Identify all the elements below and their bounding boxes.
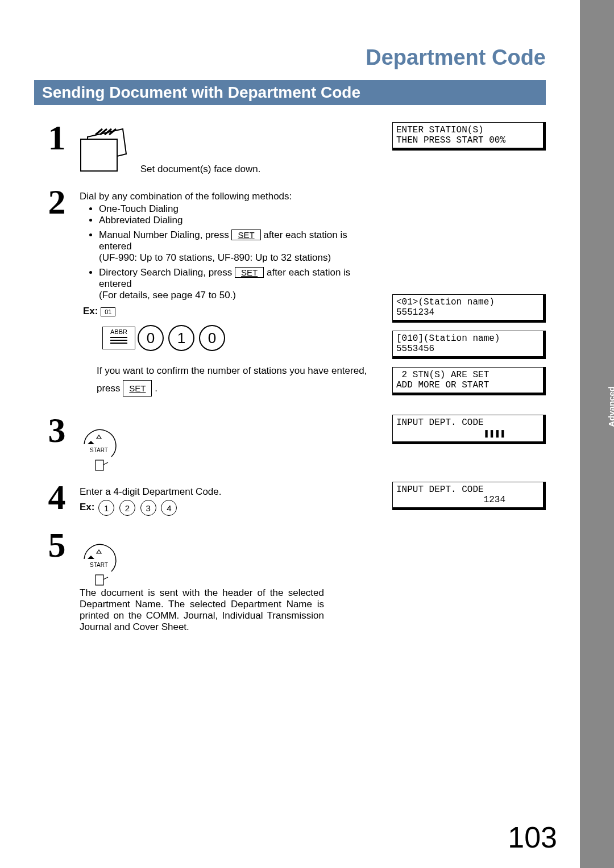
step-2-body: Dial by any combination of the following… <box>80 186 381 397</box>
lcd1-line1: ENTER STATION(S) <box>396 125 484 135</box>
abbr-key[interactable]: ABBR <box>102 327 135 349</box>
digit-key-4[interactable]: 4 <box>161 500 177 516</box>
step-2-lcd-col: <01>(Station name) 5551234 [010](Station… <box>381 186 546 403</box>
page-number: 103 <box>508 820 557 854</box>
svg-rect-7 <box>96 575 103 585</box>
step-4-number: 4 <box>34 482 80 514</box>
digit-key-1[interactable]: 1 <box>98 500 114 516</box>
confirm-text-b: . <box>155 383 157 394</box>
section-heading: Sending Document with Department Code <box>34 80 546 105</box>
lcd-station-010: [010](Station name) 5553456 <box>392 331 546 359</box>
digit-key-3[interactable]: 3 <box>140 500 156 516</box>
lcd6-line1: INPUT DEPT. CODE <box>396 485 484 495</box>
m3a: Manual Number Dialing, press <box>99 229 231 240</box>
start-button-1[interactable]: START <box>80 419 118 470</box>
ex-label-1: Ex: <box>83 306 98 316</box>
set-button-2[interactable]: SET <box>235 267 264 278</box>
m4a: Directory Search Dialing, press <box>99 267 235 278</box>
svg-marker-5 <box>88 556 94 559</box>
step-1-lcd-col: ENTER STATION(S) THEN PRESS START 00% <box>381 122 546 158</box>
method-manual: Manual Number Dialing, press SET after e… <box>99 229 381 264</box>
start-label-1: START <box>90 447 108 453</box>
step-1: 1 Set document(s) face down. ENTER STATI… <box>34 122 546 175</box>
abbr-lines-icon-2 <box>110 340 127 341</box>
m4c: (For details, see page 47 to 50.) <box>99 290 236 301</box>
step-3-number: 3 <box>34 415 80 446</box>
document-facedown-icon <box>80 127 130 175</box>
lcd-station-01: <01>(Station name) 5551234 <box>392 294 546 323</box>
lcd4-line1: 2 STN(S) ARE SET <box>396 370 489 380</box>
abbr-lines-icon-3 <box>110 343 127 344</box>
method-onetouch: One-Touch Dialing <box>99 203 381 215</box>
step-3-lcd-col: INPUT DEPT. CODE ❚❚❚❚ <box>381 415 546 452</box>
ex-label-2: Ex: <box>80 502 94 512</box>
digit-key-2[interactable]: 2 <box>119 500 135 516</box>
step-4-text: Enter a 4-digit Department Code. <box>80 486 381 498</box>
step-4-lcd-col: INPUT DEPT. CODE 1234 <box>381 482 546 518</box>
lcd3-line2: 5553456 <box>396 344 434 354</box>
start-button-2[interactable]: START <box>80 534 118 585</box>
set-button-3[interactable]: SET <box>123 380 152 397</box>
svg-rect-0 <box>81 139 117 171</box>
lcd6-line2: 1234 <box>396 495 505 505</box>
svg-marker-2 <box>88 441 94 444</box>
step-5-number: 5 <box>34 529 80 561</box>
numpad-key-0b[interactable]: 0 <box>199 325 225 351</box>
numpad-key-1[interactable]: 1 <box>168 325 194 351</box>
lcd1-line2: THEN PRESS START 00% <box>396 135 505 145</box>
lcd-input-dept-1234: INPUT DEPT. CODE 1234 <box>392 482 546 510</box>
step-1-number: 1 <box>34 122 80 154</box>
method-directory: Directory Search Dialing, press SET afte… <box>99 267 381 301</box>
lcd2-line2: 5551234 <box>396 307 434 318</box>
lcd5-line2: ❚❚❚❚ <box>396 429 505 439</box>
svg-marker-3 <box>97 435 101 439</box>
lcd5-line1: INPUT DEPT. CODE <box>396 418 484 428</box>
abbr-key-label: ABBR <box>110 328 127 335</box>
lcd-enter-station: ENTER STATION(S) THEN PRESS START 00% <box>392 122 546 151</box>
lcd-input-dept-blank: INPUT DEPT. CODE ❚❚❚❚ <box>392 415 546 444</box>
step-3: 3 START INPUT DEPT. CODE ❚❚❚❚ <box>34 415 546 470</box>
set-button-1[interactable]: SET <box>231 229 260 240</box>
step-4-body: Enter a 4-digit Department Code. Ex: 1 2… <box>80 482 381 516</box>
step-1-body: Set document(s) face down. <box>80 122 381 175</box>
step-2-number: 2 <box>34 186 80 218</box>
step-1-text: Set document(s) face down. <box>140 164 261 174</box>
numpad-key-0a[interactable]: 0 <box>138 325 164 351</box>
page-title: Department Code <box>34 45 546 70</box>
lcd3-line1: [010](Station name) <box>396 333 500 344</box>
step-3-body: START <box>80 415 381 470</box>
onetouch-key-01[interactable]: 01 <box>101 307 115 316</box>
step-5-text: The document is sent with the header of … <box>80 587 324 633</box>
svg-marker-6 <box>97 550 101 553</box>
step-2-intro: Dial by any combination of the following… <box>80 191 381 202</box>
start-label-2: START <box>90 562 108 568</box>
step-2: 2 Dial by any combination of the followi… <box>34 186 546 403</box>
svg-rect-4 <box>96 460 103 470</box>
lcd4-line2: ADD MORE OR START <box>396 380 489 390</box>
step-5-body: START The document is sent with the head… <box>80 529 381 633</box>
content-area: 1 Set document(s) face down. ENTER STATI… <box>34 122 546 633</box>
method-abbr: Abbreviated Dialing <box>99 215 381 226</box>
m3c: (UF-990: Up to 70 stations, UF-890: Up t… <box>99 252 331 263</box>
step-5: 5 START The document is sent with the he… <box>34 529 546 633</box>
step-4: 4 Enter a 4-digit Department Code. Ex: 1… <box>34 482 546 518</box>
lcd2-line1: <01>(Station name) <box>396 297 495 307</box>
abbr-lines-icon <box>110 337 127 338</box>
lcd-stn-set: 2 STN(S) ARE SET ADD MORE OR START <box>392 367 546 395</box>
